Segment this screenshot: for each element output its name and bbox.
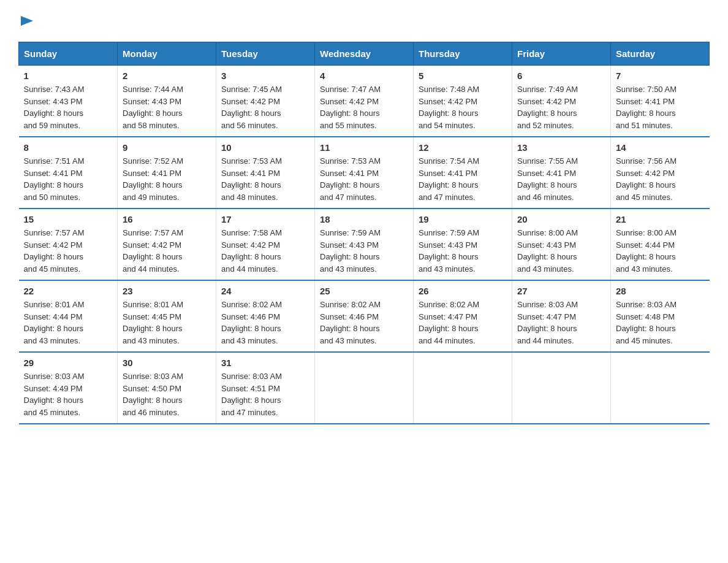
day-info: Sunrise: 8:03 AMSunset: 4:47 PMDaylight:… <box>517 299 605 347</box>
day-info: Sunrise: 7:52 AMSunset: 4:41 PMDaylight:… <box>123 155 211 203</box>
day-number: 22 <box>24 286 113 296</box>
col-thursday: Thursday <box>414 42 512 66</box>
day-number: 23 <box>123 286 211 296</box>
table-cell: 3Sunrise: 7:45 AMSunset: 4:42 PMDaylight… <box>216 66 315 137</box>
table-cell: 29Sunrise: 8:03 AMSunset: 4:49 PMDayligh… <box>19 352 118 424</box>
table-cell: 30Sunrise: 8:03 AMSunset: 4:50 PMDayligh… <box>118 352 216 424</box>
week-row-3: 15Sunrise: 7:57 AMSunset: 4:42 PMDayligh… <box>19 209 710 280</box>
day-info: Sunrise: 8:01 AMSunset: 4:45 PMDaylight:… <box>123 299 211 347</box>
page-header <box>18 12 710 29</box>
day-info: Sunrise: 8:02 AMSunset: 4:46 PMDaylight:… <box>320 299 408 347</box>
logo-triangle-icon <box>18 12 36 29</box>
day-info: Sunrise: 7:51 AMSunset: 4:41 PMDaylight:… <box>24 155 113 203</box>
day-number: 25 <box>320 286 408 296</box>
week-row-2: 8Sunrise: 7:51 AMSunset: 4:41 PMDaylight… <box>19 137 710 209</box>
table-cell: 22Sunrise: 8:01 AMSunset: 4:44 PMDayligh… <box>19 280 118 352</box>
day-info: Sunrise: 8:01 AMSunset: 4:44 PMDaylight:… <box>24 299 113 347</box>
table-cell: 31Sunrise: 8:03 AMSunset: 4:51 PMDayligh… <box>216 352 315 424</box>
table-cell: 1Sunrise: 7:43 AMSunset: 4:43 PMDaylight… <box>19 66 118 137</box>
day-number: 20 <box>517 214 605 224</box>
table-cell <box>414 352 512 424</box>
day-info: Sunrise: 8:00 AMSunset: 4:43 PMDaylight:… <box>517 227 605 275</box>
table-cell <box>611 352 710 424</box>
table-cell: 10Sunrise: 7:53 AMSunset: 4:41 PMDayligh… <box>216 137 315 209</box>
day-number: 3 <box>221 71 309 81</box>
svg-marker-0 <box>21 16 33 26</box>
day-info: Sunrise: 7:43 AMSunset: 4:43 PMDaylight:… <box>24 83 113 131</box>
table-cell: 19Sunrise: 7:59 AMSunset: 4:43 PMDayligh… <box>414 209 512 280</box>
day-number: 12 <box>419 142 507 153</box>
table-cell: 8Sunrise: 7:51 AMSunset: 4:41 PMDaylight… <box>19 137 118 209</box>
day-number: 17 <box>221 214 309 224</box>
day-info: Sunrise: 7:47 AMSunset: 4:42 PMDaylight:… <box>320 83 408 131</box>
table-cell: 21Sunrise: 8:00 AMSunset: 4:44 PMDayligh… <box>611 209 710 280</box>
table-cell: 11Sunrise: 7:53 AMSunset: 4:41 PMDayligh… <box>315 137 414 209</box>
day-number: 27 <box>517 286 605 296</box>
col-tuesday: Tuesday <box>216 42 315 66</box>
day-number: 2 <box>123 71 211 81</box>
day-info: Sunrise: 7:57 AMSunset: 4:42 PMDaylight:… <box>24 227 113 275</box>
table-cell: 17Sunrise: 7:58 AMSunset: 4:42 PMDayligh… <box>216 209 315 280</box>
day-info: Sunrise: 7:59 AMSunset: 4:43 PMDaylight:… <box>419 227 507 275</box>
table-cell: 26Sunrise: 8:02 AMSunset: 4:47 PMDayligh… <box>414 280 512 352</box>
day-info: Sunrise: 7:56 AMSunset: 4:42 PMDaylight:… <box>616 155 705 203</box>
table-cell: 13Sunrise: 7:55 AMSunset: 4:41 PMDayligh… <box>512 137 611 209</box>
day-info: Sunrise: 7:48 AMSunset: 4:42 PMDaylight:… <box>419 83 507 131</box>
day-info: Sunrise: 7:54 AMSunset: 4:41 PMDaylight:… <box>419 155 507 203</box>
day-info: Sunrise: 7:58 AMSunset: 4:42 PMDaylight:… <box>221 227 309 275</box>
day-number: 13 <box>517 142 605 153</box>
day-info: Sunrise: 7:59 AMSunset: 4:43 PMDaylight:… <box>320 227 408 275</box>
day-info: Sunrise: 7:49 AMSunset: 4:42 PMDaylight:… <box>517 83 605 131</box>
day-number: 4 <box>320 71 408 81</box>
table-cell: 25Sunrise: 8:02 AMSunset: 4:46 PMDayligh… <box>315 280 414 352</box>
table-cell: 20Sunrise: 8:00 AMSunset: 4:43 PMDayligh… <box>512 209 611 280</box>
table-cell: 18Sunrise: 7:59 AMSunset: 4:43 PMDayligh… <box>315 209 414 280</box>
day-number: 14 <box>616 142 705 153</box>
day-number: 29 <box>24 358 113 368</box>
day-info: Sunrise: 8:03 AMSunset: 4:48 PMDaylight:… <box>616 299 705 347</box>
day-info: Sunrise: 8:03 AMSunset: 4:50 PMDaylight:… <box>123 370 211 418</box>
day-number: 5 <box>419 71 507 81</box>
table-cell: 27Sunrise: 8:03 AMSunset: 4:47 PMDayligh… <box>512 280 611 352</box>
col-saturday: Saturday <box>611 42 710 66</box>
col-friday: Friday <box>512 42 611 66</box>
day-number: 28 <box>616 286 705 296</box>
table-cell <box>315 352 414 424</box>
day-number: 21 <box>616 214 705 224</box>
day-number: 24 <box>221 286 309 296</box>
day-info: Sunrise: 7:44 AMSunset: 4:43 PMDaylight:… <box>123 83 211 131</box>
day-number: 26 <box>419 286 507 296</box>
day-info: Sunrise: 7:55 AMSunset: 4:41 PMDaylight:… <box>517 155 605 203</box>
table-cell: 6Sunrise: 7:49 AMSunset: 4:42 PMDaylight… <box>512 66 611 137</box>
table-cell: 5Sunrise: 7:48 AMSunset: 4:42 PMDaylight… <box>414 66 512 137</box>
day-info: Sunrise: 7:53 AMSunset: 4:41 PMDaylight:… <box>221 155 309 203</box>
day-number: 30 <box>123 358 211 368</box>
table-cell: 24Sunrise: 8:02 AMSunset: 4:46 PMDayligh… <box>216 280 315 352</box>
calendar-body: 1Sunrise: 7:43 AMSunset: 4:43 PMDaylight… <box>19 66 710 424</box>
table-cell: 16Sunrise: 7:57 AMSunset: 4:42 PMDayligh… <box>118 209 216 280</box>
col-sunday: Sunday <box>19 42 118 66</box>
week-row-1: 1Sunrise: 7:43 AMSunset: 4:43 PMDaylight… <box>19 66 710 137</box>
day-number: 6 <box>517 71 605 81</box>
day-info: Sunrise: 8:02 AMSunset: 4:47 PMDaylight:… <box>419 299 507 347</box>
col-wednesday: Wednesday <box>315 42 414 66</box>
table-cell: 4Sunrise: 7:47 AMSunset: 4:42 PMDaylight… <box>315 66 414 137</box>
day-number: 7 <box>616 71 705 81</box>
day-info: Sunrise: 8:03 AMSunset: 4:49 PMDaylight:… <box>24 370 113 418</box>
day-number: 18 <box>320 214 408 224</box>
calendar-table: Sunday Monday Tuesday Wednesday Thursday… <box>18 42 710 424</box>
day-number: 9 <box>123 142 211 153</box>
logo <box>18 12 36 29</box>
week-row-4: 22Sunrise: 8:01 AMSunset: 4:44 PMDayligh… <box>19 280 710 352</box>
day-number: 10 <box>221 142 309 153</box>
day-info: Sunrise: 8:02 AMSunset: 4:46 PMDaylight:… <box>221 299 309 347</box>
table-cell: 12Sunrise: 7:54 AMSunset: 4:41 PMDayligh… <box>414 137 512 209</box>
day-info: Sunrise: 7:50 AMSunset: 4:41 PMDaylight:… <box>616 83 705 131</box>
day-info: Sunrise: 7:53 AMSunset: 4:41 PMDaylight:… <box>320 155 408 203</box>
day-number: 19 <box>419 214 507 224</box>
day-info: Sunrise: 7:57 AMSunset: 4:42 PMDaylight:… <box>123 227 211 275</box>
calendar-header: Sunday Monday Tuesday Wednesday Thursday… <box>19 42 710 66</box>
table-cell <box>512 352 611 424</box>
week-row-5: 29Sunrise: 8:03 AMSunset: 4:49 PMDayligh… <box>19 352 710 424</box>
day-number: 31 <box>221 358 309 368</box>
